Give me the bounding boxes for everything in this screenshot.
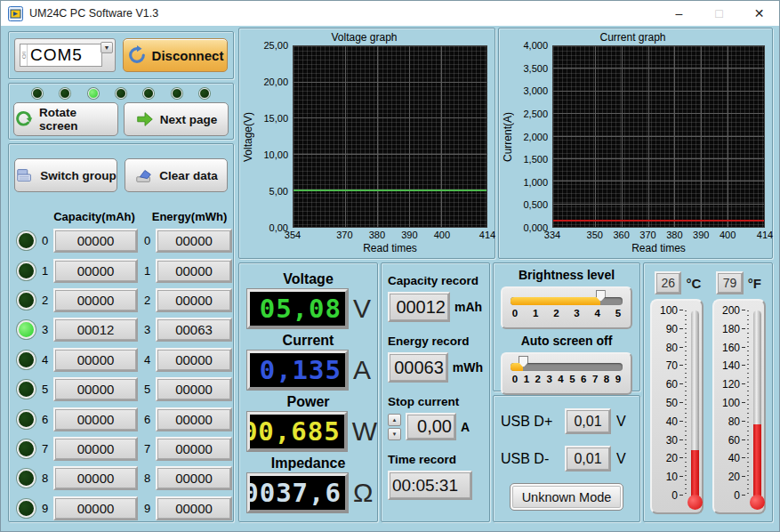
h-gridline xyxy=(553,136,764,137)
current-data-line xyxy=(553,220,764,222)
v-gridline xyxy=(595,46,596,227)
power-meter-label: Power xyxy=(239,394,377,410)
thermo-tick-label: 60 xyxy=(714,434,740,447)
memory-row: 600000600000 xyxy=(9,404,233,433)
close-button[interactable]: ✕ xyxy=(739,1,779,26)
voltage-graph-yticks: 0,005,0010,0015,0020,0025,00 xyxy=(254,45,293,228)
thermo-tick-mark xyxy=(742,402,745,403)
voltage-graph-xlabel: Read times xyxy=(293,242,487,256)
y-tick-label: 20,00 xyxy=(263,77,288,87)
memory-row: 700000700000 xyxy=(9,434,233,463)
y-tick-label: 0,500 xyxy=(523,199,548,210)
thermo-tick-label: 20 xyxy=(714,471,740,483)
titlebar: UM24C PC Software V1.3 – □ ✕ xyxy=(1,1,779,26)
disconnect-button[interactable]: Disconnect xyxy=(123,38,228,72)
celsius-value-field: 26 xyxy=(655,271,681,294)
fahrenheit-unit: °F xyxy=(748,276,761,291)
capacity-record-unit: mAh xyxy=(454,300,482,314)
folder-group-icon xyxy=(15,165,35,185)
brightness-track[interactable] xyxy=(511,297,623,305)
charge-mode-label: Unknown Mode xyxy=(522,490,612,504)
thermo-tick-label: 100 xyxy=(652,304,678,317)
y-tick-label: 25,00 xyxy=(263,40,288,51)
next-arrow-icon xyxy=(135,109,155,129)
current-graph-yticks: 0,0000,5001,0001,5002,0002,5003,0003,500… xyxy=(514,45,552,228)
celsius-thermometer: 1009080706050403020100 xyxy=(650,299,704,514)
com-port-field[interactable]: I/O COM5 xyxy=(20,44,102,67)
memory-row: 200000200000 xyxy=(9,286,233,315)
auto-screen-off-track[interactable] xyxy=(511,363,623,371)
combo-dropdown-arrow-icon[interactable]: ▼ xyxy=(101,42,113,53)
capacity-row-index: 2 xyxy=(38,294,52,307)
next-page-button[interactable]: Next page xyxy=(124,102,229,136)
y-tick-label: 5,00 xyxy=(269,186,288,197)
current-graph-xlabel: Read times xyxy=(552,242,765,256)
v-gridline xyxy=(377,46,378,227)
fahrenheit-fill xyxy=(753,424,761,499)
charge-mode-button[interactable]: Unknown Mode xyxy=(510,483,623,511)
voltage-data-line xyxy=(294,189,486,191)
capacity-value-field: 00000 xyxy=(53,377,138,401)
capacity-record-label: Capacity record xyxy=(388,274,483,287)
auto-screen-off-slider[interactable]: 0123456789 xyxy=(501,352,632,395)
thermo-tick-label: 0 xyxy=(652,489,678,502)
fahrenheit-tube xyxy=(753,310,761,499)
usb-dminus-label: USB D- xyxy=(501,451,559,467)
memory-row: 500000500000 xyxy=(9,375,233,404)
celsius-bulb-icon xyxy=(688,495,703,510)
spin-up-icon[interactable]: ▲ xyxy=(388,414,401,426)
v-gridline xyxy=(622,46,623,227)
v-gridline xyxy=(441,46,442,227)
group-led-off xyxy=(17,469,36,488)
x-tick-label: 390 xyxy=(693,230,709,240)
x-tick-label: 334 xyxy=(544,230,560,240)
capacity-row-index: 3 xyxy=(38,323,52,336)
x-tick-label: 370 xyxy=(639,230,655,240)
io-icon: I/O xyxy=(20,44,28,66)
usb-dplus-field: 0,01 xyxy=(565,408,611,434)
eraser-icon xyxy=(134,165,154,185)
slider-tick-label: 9 xyxy=(614,374,623,384)
energy-value-field: 00000 xyxy=(156,407,232,431)
energy-record-unit: mWh xyxy=(453,360,483,375)
energy-value: 00000 xyxy=(175,293,213,308)
maximize-button[interactable]: □ xyxy=(699,1,739,26)
com-port-value: COM5 xyxy=(28,45,83,65)
energy-row-index: 1 xyxy=(141,264,154,278)
fahrenheit-value-field: 79 xyxy=(716,271,743,294)
clear-data-button[interactable]: Clear data xyxy=(125,158,228,192)
thermo-tick-label: 70 xyxy=(652,359,678,372)
v-gridline xyxy=(728,46,728,227)
brightness-slider[interactable]: 012345 xyxy=(501,286,632,329)
led-row xyxy=(9,84,233,99)
status-led-off xyxy=(60,88,70,99)
thermo-tick-mark xyxy=(679,347,683,348)
auto-screen-off-title: Auto screen off xyxy=(494,334,639,348)
x-tick-label: 380 xyxy=(666,230,682,240)
memory-rows: 0000000000001000001000002000002000003000… xyxy=(9,226,233,523)
status-led-off xyxy=(199,88,210,99)
stop-current-field[interactable]: 0,00 xyxy=(406,413,456,440)
slider-tick-label: 0 xyxy=(511,308,519,318)
x-tick-label: 354 xyxy=(285,230,301,240)
com-port-select[interactable]: I/O COM5 ▼ xyxy=(14,38,116,72)
impedance-meter-display: 0037,6 xyxy=(247,473,348,512)
y-tick-label: 3,500 xyxy=(523,63,548,74)
slider-tick-label: 5 xyxy=(614,308,623,318)
capacity-row-index: 7 xyxy=(38,442,52,455)
thermo-minor-ticks xyxy=(747,310,749,496)
energy-value: 00000 xyxy=(175,352,213,367)
switch-group-button[interactable]: Switch group xyxy=(14,158,117,192)
celsius-tube xyxy=(691,310,699,499)
thermo-tick-label: 200 xyxy=(714,304,740,317)
thermo-tick-mark xyxy=(679,310,683,310)
spin-down-icon[interactable]: ▼ xyxy=(388,428,401,440)
nav-panel: Rotate screen Next page xyxy=(8,83,234,140)
energy-value-field: 00000 xyxy=(156,466,232,490)
rotate-screen-button[interactable]: Rotate screen xyxy=(13,102,118,136)
x-tick-label: 400 xyxy=(434,230,450,240)
minimize-button[interactable]: – xyxy=(659,1,699,26)
usb-dminus-unit: V xyxy=(616,451,626,467)
energy-value: 00063 xyxy=(175,322,213,337)
energy-value: 00000 xyxy=(175,412,213,427)
